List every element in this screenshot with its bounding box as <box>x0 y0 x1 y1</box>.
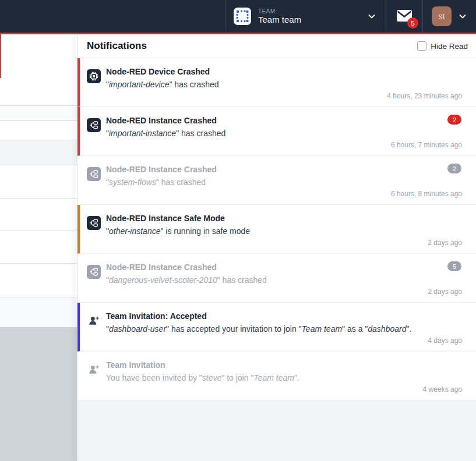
notification-count-badge: 5 <box>447 261 461 271</box>
team-label: TEAM: <box>258 8 301 15</box>
background-row <box>0 120 77 140</box>
top-navbar: TEAM: Team team 5 st <box>0 0 476 33</box>
notification-title: Node-RED Instance Crashed <box>106 261 462 274</box>
hide-read-label: Hide Read <box>431 42 468 51</box>
notifications-button[interactable]: 5 <box>396 9 413 24</box>
panel-footer <box>77 400 476 461</box>
team-avatar-icon <box>234 8 251 25</box>
user-add-icon <box>87 363 101 377</box>
content-area: Notifications Hide Read <box>0 34 476 461</box>
notification-item[interactable]: Node-RED Device Crashed "important-devic… <box>77 58 476 107</box>
notification-timestamp: 2 days ago <box>428 239 462 247</box>
notification-item[interactable]: Team Invitation You have been invited by… <box>77 352 476 400</box>
notification-icon-group <box>87 167 101 181</box>
background-row <box>0 198 77 199</box>
chevron-down-icon <box>367 12 376 21</box>
notification-title: Node-RED Instance Crashed <box>106 115 462 127</box>
instance-projects-icon <box>87 265 101 279</box>
notifications-panel-header: Notifications Hide Read <box>77 34 476 58</box>
notification-title: Team Invitation: Accepted <box>106 310 462 322</box>
notification-icon-group <box>87 363 101 377</box>
notification-icon-group <box>87 69 101 83</box>
notification-icon-group <box>87 118 101 132</box>
notification-icon-group <box>87 314 101 328</box>
background-row <box>0 140 77 165</box>
team-name: Team team <box>258 15 301 24</box>
notification-content: Node-RED Instance Crashed "dangerous-vel… <box>106 261 462 286</box>
notification-message: "important-device" has crashed <box>106 79 462 91</box>
notification-item[interactable]: Node-RED Instance Safe Mode "other-insta… <box>77 205 476 254</box>
app-screen: TEAM: Team team 5 st <box>0 0 476 461</box>
notification-item[interactable]: Node-RED Instance Crashed "dangerous-vel… <box>77 254 476 303</box>
notification-content: Team Invitation You have been invited by… <box>106 359 462 384</box>
background-row <box>0 263 77 264</box>
notification-icon-group <box>87 265 101 279</box>
device-chip-icon <box>87 69 101 83</box>
notifications-toggle-section: 5 <box>386 0 422 33</box>
notification-message: "system-flows" has crashed <box>106 176 462 189</box>
notification-message: You have been invited by "steve" to join… <box>106 372 462 384</box>
notification-title: Team Invitation <box>106 359 462 371</box>
hide-read-control[interactable]: Hide Read <box>417 41 468 51</box>
instance-projects-icon <box>87 167 101 181</box>
notifications-panel: Notifications Hide Read <box>77 34 476 461</box>
notification-message: "important-instance" has crashed <box>106 127 462 140</box>
background-footer-block <box>0 327 77 461</box>
user-add-icon <box>87 314 101 328</box>
notification-content: Node-RED Instance Crashed "system-flows"… <box>106 164 462 189</box>
panel-title: Notifications <box>87 40 147 52</box>
hide-read-checkbox[interactable] <box>417 41 426 51</box>
notification-message: "other-instance" is running in safe mode <box>106 225 462 237</box>
notification-item[interactable]: Node-RED Instance Crashed "system-flows"… <box>77 156 476 205</box>
team-selector[interactable]: TEAM: Team team <box>225 0 386 33</box>
notification-message: "dashboard-user" has accepted your invit… <box>106 323 462 335</box>
background-row <box>0 230 77 230</box>
background-row <box>0 105 77 120</box>
notification-title: Node-RED Instance Safe Mode <box>106 212 462 225</box>
notification-content: Node-RED Instance Crashed "important-ins… <box>106 115 462 140</box>
notification-timestamp: 6 hours, 7 minutes ago <box>391 141 462 149</box>
notification-icon-group <box>87 216 101 230</box>
notification-timestamp: 6 hours, 8 minutes ago <box>391 190 462 198</box>
instance-projects-icon <box>87 216 101 230</box>
notification-timestamp: 4 weeks ago <box>423 385 462 393</box>
notification-message: "dangerous-velvet-scoter-2010" has crash… <box>106 274 462 286</box>
notification-content: Node-RED Instance Safe Mode "other-insta… <box>106 212 462 237</box>
notification-list: Node-RED Device Crashed "important-devic… <box>77 58 476 400</box>
chevron-down-icon <box>458 12 467 21</box>
notification-title: Node-RED Device Crashed <box>106 66 462 78</box>
background-row <box>0 297 77 327</box>
notification-count-badge: 2 <box>447 115 461 125</box>
background-page <box>0 34 77 461</box>
notification-content: Node-RED Device Crashed "important-devic… <box>106 66 462 91</box>
user-menu[interactable]: st <box>422 0 476 33</box>
team-text: TEAM: Team team <box>258 8 301 25</box>
notification-title: Node-RED Instance Crashed <box>106 164 462 176</box>
notification-timestamp: 2 days ago <box>428 288 462 296</box>
user-avatar: st <box>432 6 452 26</box>
navbar-spacer <box>0 0 225 33</box>
notification-count-badge: 2 <box>447 164 461 173</box>
notification-content: Team Invitation: Accepted "dashboard-use… <box>106 310 462 335</box>
instance-projects-icon <box>87 118 101 132</box>
notification-timestamp: 4 hours, 23 minutes ago <box>387 92 462 100</box>
unread-count-badge: 5 <box>407 17 418 29</box>
notification-item[interactable]: Team Invitation: Accepted "dashboard-use… <box>77 303 476 352</box>
background-accent-stub <box>0 34 1 78</box>
notification-timestamp: 4 days ago <box>428 336 462 345</box>
notification-item[interactable]: Node-RED Instance Crashed "important-ins… <box>77 107 476 156</box>
